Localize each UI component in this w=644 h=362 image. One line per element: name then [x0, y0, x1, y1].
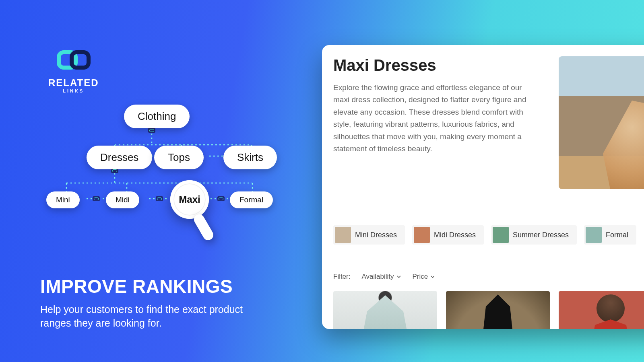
tree-node-dresses[interactable]: Dresses	[87, 146, 152, 169]
brand-subtitle: LINKS	[48, 88, 99, 93]
product-card[interactable]	[333, 291, 437, 329]
link-icon	[156, 196, 163, 201]
related-label: Mini Dresses	[355, 231, 397, 239]
related-label: Summer Dresses	[513, 231, 569, 239]
collection-hero-image	[559, 56, 644, 189]
tree-node-maxi[interactable]: Maxi	[170, 180, 209, 219]
related-link-summer[interactable]: Summer Dresses	[491, 225, 577, 245]
tree-node-maxi-label: Maxi	[179, 194, 200, 205]
filter-price[interactable]: Price	[413, 273, 436, 281]
chevron-down-icon	[396, 274, 401, 279]
related-thumb	[414, 227, 430, 243]
related-thumb	[586, 227, 602, 243]
product-card[interactable]	[559, 291, 644, 329]
related-links-row: Mini Dresses Midi Dresses Summer Dresses…	[333, 225, 644, 245]
headline-body: Help your customers to find the exact pr…	[40, 303, 258, 330]
collection-card: Maxi Dresses Explore the flowing grace a…	[322, 45, 644, 329]
brand-logo	[56, 48, 92, 72]
chevron-down-icon	[430, 274, 435, 279]
related-thumb	[335, 227, 351, 243]
headline-block: IMPROVE RANKINGS Help your customers to …	[40, 276, 258, 330]
tree-node-midi[interactable]: Midi	[106, 191, 139, 208]
tree-node-mini[interactable]: Mini	[46, 191, 80, 208]
collection-title: Maxi Dresses	[333, 56, 547, 74]
link-icon	[93, 196, 100, 201]
filter-bar: Filter: Availability Price Sort	[333, 273, 644, 281]
collection-description: Explore the flowing grace and effortless…	[333, 82, 535, 155]
link-icon	[217, 196, 225, 201]
related-link-mini[interactable]: Mini Dresses	[333, 225, 405, 245]
related-link-formal[interactable]: Formal	[584, 225, 636, 245]
headline-title: IMPROVE RANKINGS	[40, 276, 258, 297]
related-label: Midi Dresses	[434, 231, 476, 239]
link-icon	[148, 128, 155, 133]
brand-block: RELATED LINKS	[48, 48, 99, 93]
related-link-midi[interactable]: Midi Dresses	[412, 225, 484, 245]
filter-availability[interactable]: Availability	[362, 273, 401, 281]
product-grid	[333, 291, 644, 329]
tree-node-skirts[interactable]: Skirts	[223, 146, 277, 169]
filter-availability-label: Availability	[362, 273, 394, 281]
related-thumb	[493, 227, 509, 243]
brand-title: RELATED	[48, 77, 99, 88]
filter-label: Filter:	[333, 273, 351, 281]
tree-node-formal[interactable]: Formal	[230, 191, 273, 208]
tree-node-clothing[interactable]: Clothing	[124, 105, 190, 128]
filter-price-label: Price	[413, 273, 428, 281]
tree-node-tops[interactable]: Tops	[154, 146, 204, 169]
product-card[interactable]	[446, 291, 550, 329]
category-tree: Clothing Dresses Tops Skirts Mini Midi F…	[46, 105, 308, 237]
related-label: Formal	[606, 231, 628, 239]
